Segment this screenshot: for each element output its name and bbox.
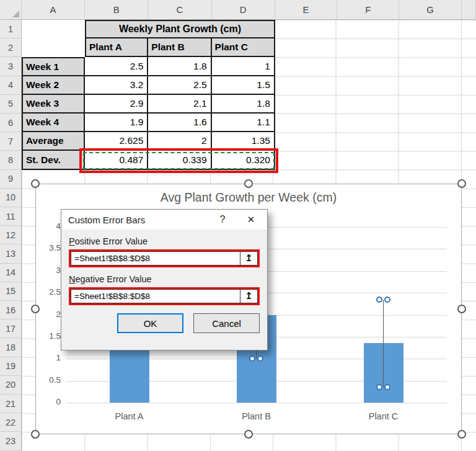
chart-resize-handle[interactable] — [31, 430, 40, 439]
row-header-15[interactable]: 15 — [0, 282, 22, 301]
row-header-21[interactable]: 21 — [0, 395, 22, 413]
row-label[interactable]: Average — [22, 132, 85, 151]
x-axis-category-label: Plant B — [219, 411, 294, 421]
table-cell[interactable]: 1.9 — [85, 114, 148, 132]
chart-resize-handle[interactable] — [31, 179, 40, 188]
error-bar[interactable] — [383, 300, 384, 388]
y-axis-tick-label: 1.5 — [36, 331, 61, 341]
table-cell[interactable]: 1.8 — [148, 57, 211, 76]
select-all-corner[interactable] — [0, 0, 22, 20]
column-header-F[interactable]: F — [337, 0, 399, 20]
annotation-box-positive: ↥ — [69, 249, 260, 267]
column-header-G[interactable]: G — [399, 0, 461, 20]
chart-resize-handle[interactable] — [457, 305, 466, 313]
y-axis-tick-label: 0.5 — [36, 375, 61, 385]
table-cell[interactable]: 1 — [212, 57, 275, 76]
row-header-9[interactable]: 9 — [0, 170, 22, 189]
chart-gridline — [66, 403, 447, 403]
positive-error-value-label: Positive Error Value — [69, 236, 260, 246]
column-headers: ABCDEFG — [0, 0, 476, 20]
chart-resize-handle[interactable] — [244, 430, 253, 439]
table-title[interactable]: Weekly Plant Growth (cm) — [85, 20, 275, 38]
row-header-7[interactable]: 7 — [0, 132, 22, 151]
error-bar-endpoint-handle[interactable] — [249, 355, 255, 362]
collapse-dialog-icon[interactable]: ↥ — [240, 251, 258, 266]
excel-worksheet: ABCDEFG 12345678910111213141516171819202… — [0, 0, 476, 451]
column-header-B[interactable]: B — [85, 0, 148, 20]
col-header-plant-c[interactable]: Plant C — [212, 38, 275, 57]
chart-resize-handle[interactable] — [457, 430, 466, 439]
table-cell[interactable]: 2.5 — [148, 76, 211, 95]
table-cell[interactable]: 1.6 — [148, 114, 211, 132]
cell-A2[interactable] — [22, 38, 85, 57]
row-header-19[interactable]: 19 — [0, 357, 22, 376]
row-header-14[interactable]: 14 — [0, 264, 22, 282]
error-bar-endpoint-handle[interactable] — [376, 384, 382, 390]
row-header-10[interactable]: 10 — [0, 189, 22, 207]
column-header-E[interactable]: E — [275, 0, 337, 20]
row-label[interactable]: Week 2 — [22, 76, 85, 95]
table-cell[interactable]: 3.2 — [85, 76, 148, 95]
row-label[interactable]: Week 3 — [22, 95, 85, 114]
row-header-11[interactable]: 11 — [0, 207, 22, 226]
row-header-3[interactable]: 3 — [0, 57, 22, 76]
col-header-plant-b[interactable]: Plant B — [148, 38, 211, 57]
row-header-22[interactable]: 22 — [0, 413, 22, 432]
row-label[interactable]: Week 1 — [22, 57, 85, 76]
error-bar-endpoint-handle[interactable] — [376, 297, 382, 303]
table-cell[interactable]: 2.5 — [85, 57, 148, 76]
data-table: Weekly Plant Growth (cm) Plant A Plant B… — [22, 20, 275, 170]
positive-error-value-input[interactable] — [71, 251, 240, 266]
y-axis-tick-label: 3.5 — [36, 243, 61, 252]
dialog-body: Positive Error Value ↥ Negative Error Va… — [61, 236, 267, 333]
annotation-box-negative: ↥ — [69, 287, 260, 305]
chart-resize-handle[interactable] — [244, 179, 253, 188]
select-all-icon — [12, 11, 19, 17]
cancel-button[interactable]: Cancel — [193, 313, 260, 333]
dialog-title-bar[interactable]: Custom Error Bars ? ✕ — [61, 210, 267, 230]
row-label[interactable]: St. Dev. — [22, 151, 85, 169]
row-header-4[interactable]: 4 — [0, 76, 22, 95]
row-header-2[interactable]: 2 — [0, 38, 22, 57]
table-cell[interactable]: 1.8 — [212, 95, 275, 114]
negative-error-value-label: Negative Error Value — [69, 274, 260, 284]
row-label[interactable]: Week 4 — [22, 114, 85, 132]
ok-button[interactable]: OK — [117, 313, 183, 333]
row-header-13[interactable]: 13 — [0, 244, 22, 263]
row-header-16[interactable]: 16 — [0, 301, 22, 319]
row-header-5[interactable]: 5 — [0, 95, 22, 114]
column-header-A[interactable]: A — [22, 0, 85, 20]
column-header-D[interactable]: D — [212, 0, 275, 20]
chart-resize-handle[interactable] — [31, 305, 40, 313]
help-icon[interactable]: ? — [210, 214, 235, 225]
row-header-20[interactable]: 20 — [0, 376, 22, 395]
chart-resize-handle[interactable] — [457, 179, 466, 188]
chart-title[interactable]: Avg Plant Growth per Week (cm) — [36, 190, 461, 205]
table-cell[interactable]: 1.1 — [212, 114, 275, 132]
row-header-23[interactable]: 23 — [0, 432, 22, 450]
row-header-1[interactable]: 1 — [0, 20, 22, 38]
row-header-12[interactable]: 12 — [0, 226, 22, 244]
error-bar-endpoint-handle[interactable] — [384, 384, 390, 390]
column-header-partial[interactable] — [462, 0, 476, 20]
negative-error-value-input[interactable] — [71, 289, 240, 303]
collapse-dialog-icon[interactable]: ↥ — [240, 289, 258, 303]
col-header-plant-a[interactable]: Plant A — [85, 38, 148, 57]
error-bar-endpoint-handle[interactable] — [257, 355, 263, 362]
y-axis-tick-label: 0 — [36, 397, 61, 406]
row-header-17[interactable]: 17 — [0, 319, 22, 338]
table-cell[interactable]: 2.1 — [148, 95, 211, 114]
row-header-6[interactable]: 6 — [0, 114, 22, 132]
dialog-buttons: OK Cancel — [69, 313, 260, 333]
row-header-8[interactable]: 8 — [0, 151, 22, 169]
y-axis-tick-label: 2 — [36, 310, 61, 319]
row-header-18[interactable]: 18 — [0, 338, 22, 357]
y-axis-tick-label: 2.5 — [36, 287, 61, 297]
table-cell[interactable]: 1.5 — [212, 76, 275, 95]
close-icon[interactable]: ✕ — [235, 214, 267, 225]
cell-A1[interactable] — [22, 20, 85, 38]
error-bar-endpoint-handle[interactable] — [384, 297, 390, 303]
table-cell[interactable]: 2.9 — [85, 95, 148, 114]
marching-ants-selection — [83, 152, 275, 169]
column-header-C[interactable]: C — [148, 0, 211, 20]
